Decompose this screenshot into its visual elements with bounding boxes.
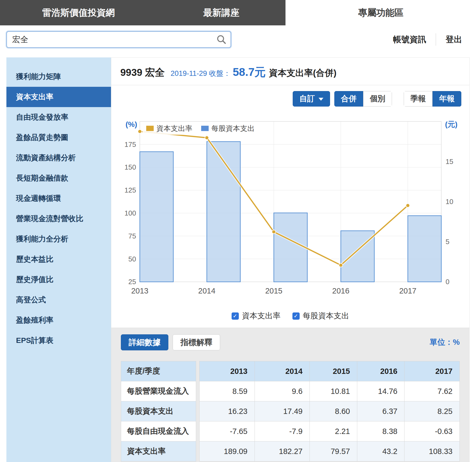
table-cell: 16.23 bbox=[200, 401, 255, 421]
table-cell: 8.59 bbox=[200, 381, 255, 401]
checkbox-label: 資本支出率 bbox=[242, 311, 281, 321]
chart-point bbox=[138, 130, 142, 133]
table-cell: 79.57 bbox=[310, 441, 357, 461]
table-row-label: 每股資本支出 bbox=[121, 401, 196, 421]
individual-button[interactable]: 個別 bbox=[363, 91, 392, 107]
chart-text: 2013 bbox=[131, 287, 149, 295]
account-divider bbox=[436, 33, 436, 46]
chart-text: 15 bbox=[446, 158, 453, 165]
table-cell: -7.9 bbox=[255, 421, 310, 441]
table-cell: 8.38 bbox=[357, 421, 404, 441]
sidebar-item[interactable]: 流動資產結構分析 bbox=[6, 148, 111, 168]
custom-range-dropdown[interactable]: 自訂 bbox=[293, 91, 330, 107]
chart-text: 0 bbox=[446, 278, 449, 285]
sidebar-item[interactable]: 自由現金發放率 bbox=[6, 107, 111, 127]
main-panel: 9939 宏全 2019-11-29 收盤： 58.7元 資本支出率(合併) 自… bbox=[111, 57, 470, 462]
table-cell: 2.21 bbox=[310, 421, 357, 441]
account-area: 帳號資訊 登出 bbox=[393, 33, 470, 46]
legend-bar-swatch bbox=[201, 126, 209, 131]
sidebar-item[interactable]: 現金週轉循環 bbox=[6, 188, 111, 209]
chart-text: 每股資本支出 bbox=[211, 124, 255, 132]
chart-point bbox=[272, 230, 276, 234]
series-toggle-checkbox[interactable]: ✓資本支出率 bbox=[232, 311, 281, 321]
checkbox-label: 每股資本支出 bbox=[303, 311, 349, 321]
account-info-link[interactable]: 帳號資訊 bbox=[393, 34, 426, 45]
chart-text: 175 bbox=[125, 141, 136, 148]
table-corner-header: 年度/季度 bbox=[121, 361, 196, 381]
sidebar-item[interactable]: 獲利能力全分析 bbox=[6, 229, 111, 249]
nav-tab-site-home[interactable]: 雷浩斯價值投資網 bbox=[0, 0, 157, 25]
sidebar-item[interactable]: EPS計算表 bbox=[6, 330, 111, 351]
detail-data-tab[interactable]: 詳細數據 bbox=[121, 334, 168, 350]
chart-text: (%) bbox=[125, 120, 137, 128]
indicator-explain-tab[interactable]: 指標解釋 bbox=[173, 334, 220, 350]
detail-tabs-row: 詳細數據 指標解釋 單位：% bbox=[121, 334, 460, 350]
chart-bar bbox=[140, 152, 173, 282]
table-row-label: 資本支出率 bbox=[121, 441, 196, 461]
content: 獲利能力矩陣資本支出率自由現金發放率盈餘品質走勢圖流動資產結構分析長短期金融借款… bbox=[6, 57, 470, 462]
chart-text: 2014 bbox=[198, 287, 216, 295]
stock-search-input[interactable] bbox=[6, 31, 231, 48]
table-cell: 108.33 bbox=[404, 441, 460, 461]
table-year-header: 2013 bbox=[200, 361, 255, 381]
quarterly-button[interactable]: 季報 bbox=[404, 91, 433, 107]
checkbox-checked-icon: ✓ bbox=[292, 312, 300, 320]
chevron-down-icon bbox=[319, 98, 323, 101]
sidebar-item[interactable]: 歷史本益比 bbox=[6, 249, 111, 269]
stock-header: 9939 宏全 2019-11-29 收盤： 58.7元 資本支出率(合併) bbox=[111, 58, 469, 85]
table-cell: 8.25 bbox=[404, 401, 460, 421]
search-box bbox=[6, 31, 231, 48]
page: 雷浩斯價值投資網 最新講座 專屬功能區 帳號資訊 登出 獲利能力矩陣資本支出率自… bbox=[0, 0, 476, 462]
nav-tab-member-area[interactable]: 專屬功能區 bbox=[285, 0, 476, 25]
legend-line-swatch bbox=[146, 126, 154, 131]
table-cell: -0.63 bbox=[404, 421, 460, 441]
page-title: 資本支出率(合併) bbox=[269, 67, 336, 79]
table-row-label: 每股自由現金流入 bbox=[121, 421, 196, 441]
chart-area: 255075100125150175051015(%)(元)2013201420… bbox=[111, 109, 469, 308]
chart-point bbox=[339, 263, 343, 267]
sidebar-item[interactable]: 盈餘品質走勢圖 bbox=[6, 127, 111, 148]
sidebar-item[interactable]: 長短期金融借款 bbox=[6, 168, 111, 188]
checkbox-checked-icon: ✓ bbox=[232, 312, 239, 320]
sidebar-item[interactable]: 營業現金流對營收比 bbox=[6, 209, 111, 229]
top-nav: 雷浩斯價值投資網 最新講座 專屬功能區 bbox=[0, 0, 476, 25]
series-toggle-row: ✓資本支出率✓每股資本支出 bbox=[111, 308, 469, 323]
close-price: 58.7元 bbox=[233, 65, 266, 80]
values-table: 201320142015201620178.599.610.8114.767.6… bbox=[199, 361, 460, 461]
table-year-header: 2017 bbox=[404, 361, 460, 381]
table-cell: 7.62 bbox=[404, 381, 460, 401]
chart-text: (元) bbox=[445, 120, 458, 128]
chart-text: 5 bbox=[446, 238, 449, 245]
chart-text: 2016 bbox=[332, 287, 350, 295]
close-date: 2019-11-29 收盤： bbox=[171, 69, 231, 78]
sidebar-item[interactable]: 高登公式 bbox=[6, 290, 111, 310]
yearly-button[interactable]: 年報 bbox=[433, 91, 461, 107]
chart-text: 75 bbox=[128, 232, 136, 240]
sidebar-item[interactable]: 獲利能力矩陣 bbox=[6, 66, 111, 87]
table-cell: 10.81 bbox=[310, 381, 357, 401]
table-cell: 14.76 bbox=[357, 381, 404, 401]
table-year-header: 2014 bbox=[255, 361, 310, 381]
table-cell: 182.27 bbox=[255, 441, 310, 461]
search-icon[interactable] bbox=[215, 33, 228, 46]
table-cell: 8.60 bbox=[310, 401, 357, 421]
merged-button[interactable]: 合併 bbox=[334, 91, 363, 107]
nav-tab-latest-lectures[interactable]: 最新講座 bbox=[157, 0, 286, 25]
magnifier-glyph bbox=[216, 34, 227, 45]
sidebar-item[interactable]: 歷史淨值比 bbox=[6, 269, 111, 290]
row-label-table: 年度/季度每股營業現金流入每股資本支出每股自由現金流入資本支出率 bbox=[121, 361, 196, 461]
chart-text: 50 bbox=[128, 255, 136, 263]
table-cell: 189.09 bbox=[200, 441, 255, 461]
series-toggle-checkbox[interactable]: ✓每股資本支出 bbox=[292, 311, 349, 321]
logout-link[interactable]: 登出 bbox=[446, 34, 462, 45]
table-cell: -7.65 bbox=[200, 421, 255, 441]
capex-ratio-chart: 255075100125150175051015(%)(元)2013201420… bbox=[114, 110, 467, 308]
table-cell: 43.2 bbox=[357, 441, 404, 461]
chart-text: 2017 bbox=[399, 287, 416, 295]
data-table-wrap: 年度/季度每股營業現金流入每股資本支出每股自由現金流入資本支出率 2013201… bbox=[121, 361, 460, 461]
sidebar-item-active[interactable]: 資本支出率 bbox=[6, 87, 111, 107]
table-year-header: 2016 bbox=[357, 361, 404, 381]
sidebar-item[interactable]: 盈餘殖利率 bbox=[6, 310, 111, 330]
quarter-year-toggle: 季報 年報 bbox=[404, 91, 461, 107]
table-row-label: 每股營業現金流入 bbox=[121, 381, 196, 401]
